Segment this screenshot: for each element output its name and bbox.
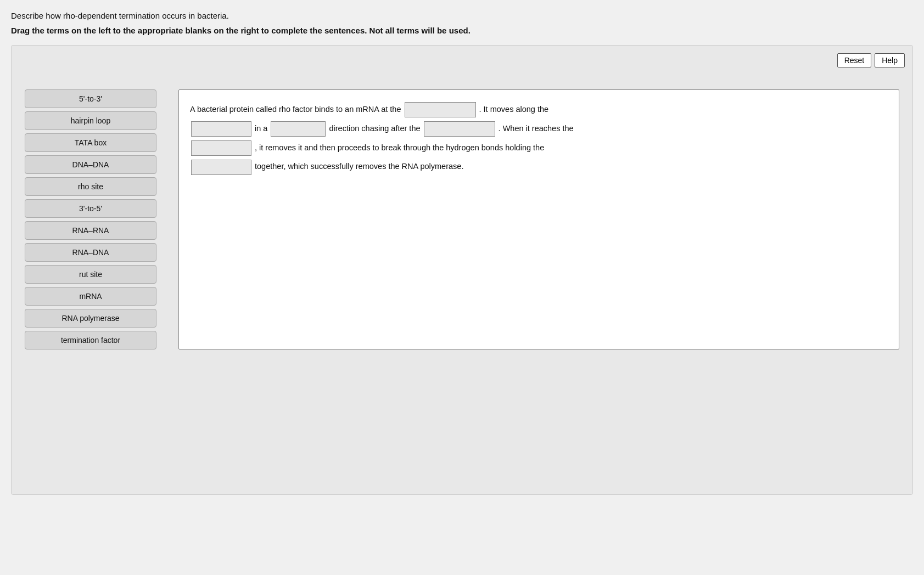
page-description: Describe how rho-dependent termination o…: [11, 11, 913, 20]
term-rna-dna[interactable]: RNA–DNA: [25, 243, 156, 262]
term-5-to-3[interactable]: 5'-to-3': [25, 89, 156, 108]
terms-column: 5'-to-3' hairpin loop TATA box DNA–DNA r…: [25, 89, 156, 349]
help-button[interactable]: Help: [875, 53, 905, 67]
drop-blank-2[interactable]: [191, 121, 251, 137]
sentence-part6: , it removes it and then proceeds to bre…: [255, 143, 544, 152]
sentence-part2: . It moves along the: [479, 105, 549, 114]
sentence-area: A bacterial protein called rho factor bi…: [178, 89, 899, 349]
term-termination-factor[interactable]: termination factor: [25, 331, 156, 349]
term-mrna[interactable]: mRNA: [25, 287, 156, 306]
drop-blank-3[interactable]: [271, 121, 326, 137]
drop-blank-6[interactable]: [191, 160, 251, 175]
sentence-part3: in a: [255, 124, 267, 133]
sentence-part4: direction chasing after the: [329, 124, 420, 133]
term-rna-rna[interactable]: RNA–RNA: [25, 221, 156, 240]
drop-blank-1[interactable]: [405, 102, 476, 117]
sentence-part7: together, which successfully removes the…: [255, 162, 463, 171]
term-3-to-5[interactable]: 3'-to-5': [25, 199, 156, 218]
term-hairpin-loop[interactable]: hairpin loop: [25, 111, 156, 130]
term-rho-site[interactable]: rho site: [25, 177, 156, 196]
button-group: Reset Help: [837, 53, 905, 67]
drop-blank-4[interactable]: [424, 121, 495, 137]
page-instructions: Drag the terms on the left to the approp…: [11, 26, 913, 35]
term-rut-site[interactable]: rut site: [25, 265, 156, 284]
term-tata-box[interactable]: TATA box: [25, 133, 156, 152]
sentence-block: A bacterial protein called rho factor bi…: [190, 100, 888, 176]
main-container: Reset Help 5'-to-3' hairpin loop TATA bo…: [11, 45, 913, 495]
content-area: 5'-to-3' hairpin loop TATA box DNA–DNA r…: [25, 89, 899, 349]
sentence-part1: A bacterial protein called rho factor bi…: [190, 105, 401, 114]
reset-button[interactable]: Reset: [837, 53, 872, 67]
term-dna-dna[interactable]: DNA–DNA: [25, 155, 156, 174]
sentence-part5: . When it reaches the: [499, 124, 574, 133]
drop-blank-5[interactable]: [191, 140, 251, 156]
term-rna-polymerase[interactable]: RNA polymerase: [25, 309, 156, 328]
